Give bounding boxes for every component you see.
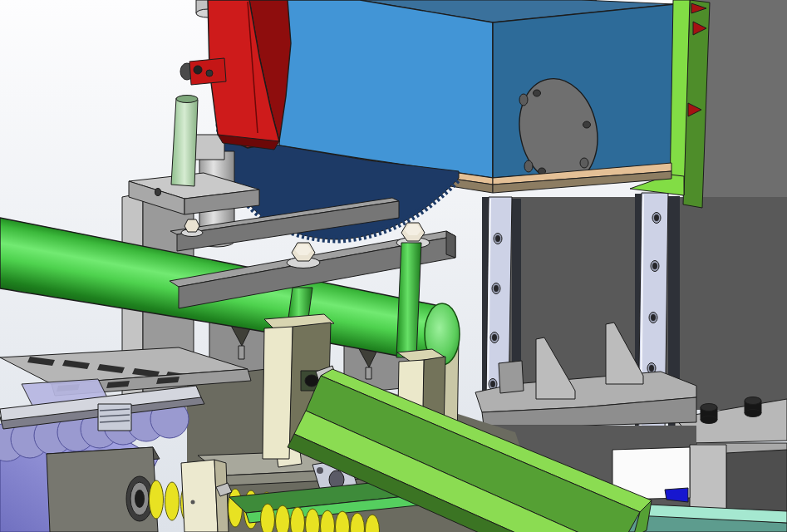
bracket-screw: [206, 70, 213, 76]
cad-viewport[interactable]: [0, 0, 787, 532]
stop-cap: [745, 397, 761, 417]
ballscrew-nut-block: [98, 404, 131, 431]
base-pillar: [690, 445, 726, 510]
stop-block-blue-far: [665, 488, 688, 502]
clamp-screw: [305, 375, 318, 387]
cover-tab: [580, 158, 588, 168]
stop-cap: [701, 404, 717, 424]
guide-post-sage: [171, 96, 198, 187]
cover-tab: [524, 160, 533, 172]
rail-foot-block: [499, 361, 524, 393]
cad-scene: [0, 0, 787, 532]
tower-hole: [155, 189, 161, 196]
bracket-screw: [194, 66, 202, 74]
cover-tab: [519, 94, 528, 106]
